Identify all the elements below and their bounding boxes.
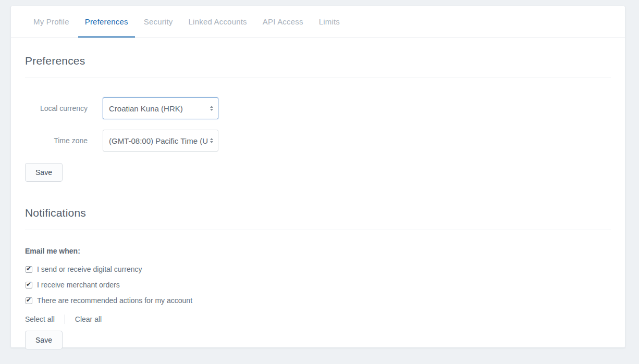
select-all-link[interactable]: Select all xyxy=(25,315,55,323)
time-zone-label: Time zone xyxy=(25,136,88,145)
time-zone-row: Time zone (GMT-08:00) Pacific Time (US xyxy=(25,130,611,152)
time-zone-select[interactable]: (GMT-08:00) Pacific Time (US xyxy=(103,130,218,152)
checkbox-row-digital-currency: I send or receive digital currency xyxy=(25,265,611,273)
notifications-section-title: Notifications xyxy=(25,207,611,219)
clear-all-link[interactable]: Clear all xyxy=(75,315,102,323)
checkbox-label: I receive merchant orders xyxy=(37,281,120,289)
checkbox-row-recommended-actions: There are recommended actions for my acc… xyxy=(25,296,611,305)
preferences-section-title: Preferences xyxy=(25,55,611,67)
local-currency-select[interactable]: Croatian Kuna (HRK) xyxy=(103,97,218,119)
link-separator xyxy=(65,315,65,324)
preferences-form: Local currency Croatian Kuna (HRK) Time … xyxy=(25,97,611,152)
digital-currency-checkbox[interactable] xyxy=(26,266,32,273)
preferences-save-button[interactable]: Save xyxy=(25,163,63,182)
recommended-actions-checkbox[interactable] xyxy=(26,297,32,304)
local-currency-row: Local currency Croatian Kuna (HRK) xyxy=(25,97,611,119)
time-zone-value: (GMT-08:00) Pacific Time (US xyxy=(109,136,208,145)
tab-api-access[interactable]: API Access xyxy=(256,6,310,37)
checkbox-label: There are recommended actions for my acc… xyxy=(37,296,192,305)
notification-checkbox-list: I send or receive digital currency I rec… xyxy=(25,265,611,305)
local-currency-label: Local currency xyxy=(25,104,88,112)
settings-tabbar: My Profile Preferences Security Linked A… xyxy=(11,6,625,38)
checkbox-row-merchant-orders: I receive merchant orders xyxy=(25,281,611,289)
tab-linked-accounts[interactable]: Linked Accounts xyxy=(182,6,254,37)
bulk-select-links: Select all Clear all xyxy=(25,315,611,324)
notifications-divider xyxy=(25,230,611,230)
settings-card: My Profile Preferences Security Linked A… xyxy=(10,6,625,348)
checkbox-label: I send or receive digital currency xyxy=(37,265,142,273)
tab-limits[interactable]: Limits xyxy=(312,6,347,37)
tab-security[interactable]: Security xyxy=(137,6,180,37)
local-currency-value: Croatian Kuna (HRK) xyxy=(109,104,208,113)
tab-my-profile[interactable]: My Profile xyxy=(27,6,76,37)
select-stepper-icon xyxy=(210,106,213,111)
select-stepper-icon xyxy=(210,138,213,143)
merchant-orders-checkbox[interactable] xyxy=(26,282,32,288)
email-me-when-label: Email me when: xyxy=(25,247,611,255)
notifications-save-button[interactable]: Save xyxy=(25,331,63,349)
tab-preferences[interactable]: Preferences xyxy=(78,6,135,37)
preferences-divider xyxy=(25,78,611,78)
